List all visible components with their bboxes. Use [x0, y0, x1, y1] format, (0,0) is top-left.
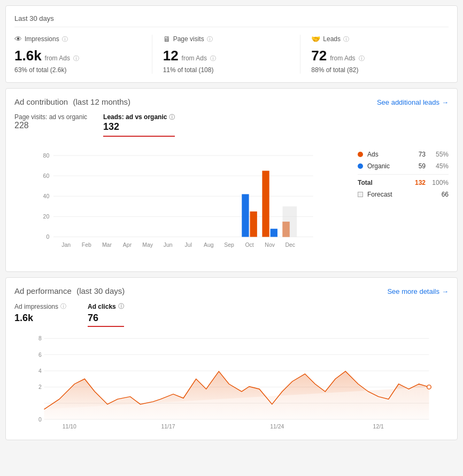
leads-icon: 🤝 — [311, 35, 320, 43]
line-chart-svg: 8 6 4 2 0 11/10 11/17 11/24 12/1 — [14, 333, 449, 430]
bar-chart-svg: 80 60 40 20 0 Jan Feb Mar Apr May Jun Ju… — [14, 145, 347, 252]
ad-contribution-header: Ad contribution (last 12 months) See add… — [14, 97, 449, 107]
bar-oct-ads — [250, 212, 257, 237]
svg-text:Apr: Apr — [123, 242, 132, 248]
svg-text:11/10: 11/10 — [63, 424, 76, 430]
page-visits-sub: from Ads — [182, 54, 207, 62]
leads-sub-info[interactable]: ⓘ — [359, 54, 365, 63]
bar-nov-ads — [262, 171, 269, 237]
svg-text:0: 0 — [46, 234, 49, 240]
svg-text:80: 80 — [43, 153, 50, 159]
impressions-value: 1.6k — [14, 48, 42, 64]
svg-text:Dec: Dec — [285, 242, 295, 248]
svg-text:Mar: Mar — [102, 242, 112, 248]
svg-text:Jul: Jul — [185, 242, 192, 248]
svg-text:Aug: Aug — [204, 242, 214, 248]
ad-clicks-info[interactable]: ⓘ — [118, 302, 124, 310]
ad-impressions-info[interactable]: ⓘ — [60, 302, 66, 310]
svg-text:6: 6 — [38, 352, 42, 358]
ad-performance-card: Ad performance (last 30 days) See more d… — [5, 277, 458, 440]
page-visits-label: 🖥 Page visits ⓘ — [163, 35, 290, 43]
ad-clicks-metric[interactable]: Ad clicks ⓘ 76 — [88, 302, 124, 327]
tab-page-visits[interactable]: Page visits: ad vs organic 228 — [14, 113, 87, 137]
page-visits-metric: 🖥 Page visits ⓘ 12 from Ads ⓘ 11% of tot… — [163, 35, 301, 74]
svg-text:40: 40 — [43, 193, 50, 199]
svg-text:11/24: 11/24 — [270, 424, 284, 430]
date-range-label: Last 30 days — [14, 14, 449, 22]
impressions-sub-info[interactable]: ⓘ — [73, 54, 79, 63]
impressions-sub: from Ads — [45, 54, 70, 62]
ad-contribution-title: Ad contribution (last 12 months) — [14, 97, 130, 107]
legend-total: Total 132 100% — [358, 179, 449, 186]
svg-text:8: 8 — [38, 335, 42, 341]
svg-text:20: 20 — [43, 214, 50, 220]
svg-text:12/1: 12/1 — [373, 424, 384, 430]
leads-metric: 🤝 Leads ⓘ 72 from Ads ⓘ 88% of total (82… — [311, 35, 449, 74]
legend-forecast: Forecast 66 — [358, 191, 449, 198]
svg-text:Oct: Oct — [245, 242, 253, 248]
impressions-info-icon[interactable]: ⓘ — [62, 35, 68, 43]
contribution-tabs: Page visits: ad vs organic 228 Leads: ad… — [14, 113, 449, 137]
leads-info-icon[interactable]: ⓘ — [343, 35, 349, 43]
perf-metrics-row: Ad impressions ⓘ 1.6k Ad clicks ⓘ 76 — [14, 302, 449, 327]
ad-impressions-metric[interactable]: Ad impressions ⓘ 1.6k — [14, 302, 66, 327]
ad-performance-header: Ad performance (last 30 days) See more d… — [14, 286, 449, 296]
organic-dot — [358, 163, 363, 169]
svg-text:60: 60 — [43, 173, 50, 179]
svg-text:4: 4 — [38, 368, 42, 374]
leads-value: 72 — [311, 48, 327, 64]
svg-text:Sep: Sep — [224, 242, 234, 248]
leads-label: 🤝 Leads ⓘ — [311, 35, 438, 43]
svg-text:Jan: Jan — [61, 242, 71, 248]
page-visits-info-icon[interactable]: ⓘ — [207, 35, 213, 43]
line-end-dot — [427, 385, 431, 389]
see-more-details-link[interactable]: See more details → — [387, 287, 449, 295]
metrics-card: Last 30 days 👁 Impressions ⓘ 1.6k from A… — [5, 5, 458, 83]
svg-text:Feb: Feb — [82, 242, 91, 248]
chart-legend: Ads 73 55% Organic 59 45% Total 132 100%… — [352, 145, 449, 263]
ad-impressions-value: 1.6k — [14, 313, 66, 324]
leads-sub: from Ads — [330, 54, 355, 62]
impressions-label: 👁 Impressions ⓘ — [14, 35, 141, 43]
ad-performance-title: Ad performance (last 30 days) — [14, 286, 125, 296]
svg-text:Jun: Jun — [164, 242, 173, 248]
svg-text:May: May — [142, 242, 153, 248]
page-visits-value: 12 — [163, 48, 179, 64]
ad-clicks-value: 76 — [88, 313, 124, 324]
impressions-pct: 63% of total (2.6k) — [14, 66, 141, 74]
see-additional-leads-link[interactable]: See additional leads → — [377, 98, 449, 106]
tab-leads[interactable]: Leads: ad vs organic ⓘ 132 — [103, 113, 175, 137]
leads-pct: 88% of total (82) — [311, 66, 438, 74]
bar-chart-area: 80 60 40 20 0 Jan Feb Mar Apr May Jun Ju… — [14, 145, 347, 263]
svg-text:Nov: Nov — [265, 242, 275, 248]
legend-divider — [358, 174, 449, 175]
svg-text:2: 2 — [38, 384, 42, 390]
page-visits-pct: 11% of total (108) — [163, 66, 290, 74]
legend-organic: Organic 59 45% — [358, 162, 449, 170]
ad-contribution-card: Ad contribution (last 12 months) See add… — [5, 88, 458, 272]
bar-oct-organic — [242, 194, 249, 237]
impressions-metric: 👁 Impressions ⓘ 1.6k from Ads ⓘ 63% of t… — [14, 35, 152, 74]
page-visits-sub-info[interactable]: ⓘ — [210, 54, 216, 63]
legend-ads: Ads 73 55% — [358, 151, 449, 158]
page-visits-icon: 🖥 — [163, 35, 171, 43]
svg-text:11/17: 11/17 — [161, 424, 175, 430]
bar-dec-forecast — [282, 206, 297, 237]
impressions-icon: 👁 — [14, 35, 22, 43]
bar-nov-organic — [271, 229, 277, 237]
contribution-chart-container: 80 60 40 20 0 Jan Feb Mar Apr May Jun Ju… — [14, 145, 449, 263]
ads-dot — [358, 152, 363, 157]
svg-text:0: 0 — [38, 417, 42, 423]
forecast-box — [358, 192, 363, 197]
metrics-row: 👁 Impressions ⓘ 1.6k from Ads ⓘ 63% of t… — [14, 27, 449, 74]
